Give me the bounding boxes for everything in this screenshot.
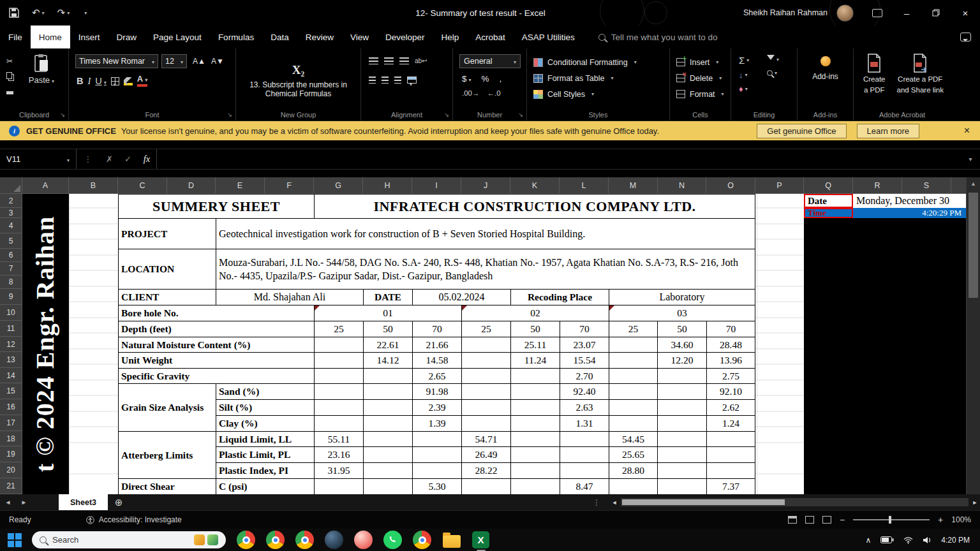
row-header-13[interactable]: 13 — [0, 352, 22, 368]
vertical-scrollbar-thumb[interactable] — [969, 193, 978, 298]
cell[interactable]: 13.96 — [707, 353, 755, 369]
ribbon-display-options-icon[interactable] — [863, 0, 892, 26]
column-header-E[interactable]: E — [216, 177, 265, 193]
restore-button[interactable] — [921, 0, 951, 26]
cell[interactable] — [413, 447, 462, 463]
cell-specific-gravity-label[interactable]: Specific Gravity — [119, 369, 315, 384]
underline-button[interactable]: U — [95, 76, 107, 86]
cell[interactable]: 25 — [315, 321, 364, 337]
next-sheet-icon[interactable]: ► — [16, 499, 32, 506]
column-header-R[interactable]: R — [853, 177, 902, 193]
row-header-8[interactable]: 8 — [0, 276, 22, 289]
borders-icon[interactable] — [111, 77, 119, 85]
cell-date-label[interactable]: DATE — [364, 290, 413, 305]
app-icon-chrome-4[interactable] — [413, 531, 431, 549]
cell[interactable]: 01 — [315, 305, 462, 321]
cell[interactable] — [315, 337, 364, 353]
cell-unit-weight-label[interactable]: Unit Weight — [119, 353, 315, 369]
menu-tab-data[interactable]: Data — [262, 26, 297, 48]
column-header-A[interactable]: A — [22, 177, 69, 193]
menu-tab-review[interactable]: Review — [297, 26, 342, 48]
cut-icon[interactable]: ✂ — [6, 57, 13, 66]
column-header-I[interactable]: I — [412, 177, 461, 193]
align-center-icon[interactable] — [382, 77, 389, 84]
horizontal-scrollbar[interactable] — [621, 498, 969, 506]
cell[interactable]: 15.54 — [560, 353, 609, 369]
select-all-corner[interactable] — [0, 177, 22, 194]
increase-font-icon[interactable]: A▲ — [193, 57, 205, 66]
row-header-21[interactable]: 21 — [0, 478, 22, 494]
cell[interactable]: 28.48 — [707, 337, 755, 353]
format-cells-button[interactable]: Format — [670, 86, 731, 102]
cell[interactable] — [609, 369, 658, 384]
font-dialog-launcher[interactable]: ↘ — [227, 112, 232, 118]
cell[interactable]: 50 — [511, 321, 560, 337]
create-pdf-share-button[interactable]: Create a PDF and Share link — [896, 54, 944, 94]
cell[interactable] — [315, 400, 364, 416]
cell[interactable]: 70 — [413, 321, 462, 337]
cell[interactable]: 5.30 — [413, 479, 462, 495]
cell[interactable]: 70 — [560, 321, 609, 337]
cell[interactable]: 23.16 — [315, 447, 364, 463]
row-header-6[interactable]: 6 — [0, 249, 22, 262]
cell[interactable]: 21.66 — [413, 337, 462, 353]
row-header-15[interactable]: 15 — [0, 383, 22, 399]
menu-tab-file[interactable]: File — [0, 26, 31, 48]
cell[interactable] — [658, 369, 707, 384]
insert-cells-button[interactable]: Insert — [670, 54, 731, 70]
row-header-12[interactable]: 12 — [0, 337, 22, 352]
cell[interactable]: 91.98 — [413, 384, 462, 400]
battery-icon[interactable] — [880, 536, 894, 543]
cell-company-title[interactable]: INFRATECH CONSTRUCTION COMPANY LTD. — [315, 195, 755, 219]
create-pdf-button[interactable]: Create a PDF — [863, 54, 886, 94]
cell[interactable]: 11.24 — [511, 353, 560, 369]
cell[interactable]: 14.58 — [413, 353, 462, 369]
cell-location-label[interactable]: LOCATION — [119, 249, 216, 290]
cell[interactable] — [462, 400, 511, 416]
cell[interactable]: 25 — [609, 321, 658, 337]
cell-grain-size-label[interactable]: Grain Size Analysis — [119, 384, 216, 432]
column-header-L[interactable]: L — [560, 177, 609, 193]
accounting-format-icon[interactable]: $ — [462, 74, 471, 84]
cell[interactable] — [364, 447, 413, 463]
sheet-body[interactable]: t © 2024 Engr. Raihan Date Monday, Decem… — [22, 194, 966, 494]
app-icon-excel[interactable]: X — [471, 531, 490, 549]
menu-tab-insert[interactable]: Insert — [70, 26, 108, 48]
menu-tab-developer[interactable]: Developer — [377, 26, 433, 48]
cell-project-label[interactable]: PROJECT — [119, 219, 216, 249]
cell[interactable] — [462, 353, 511, 369]
cell[interactable] — [658, 432, 707, 447]
cell[interactable]: 2.39 — [413, 400, 462, 416]
column-header-J[interactable]: J — [461, 177, 510, 193]
cell-recoding-place-value[interactable]: Laboratory — [609, 290, 755, 305]
cell[interactable] — [462, 369, 511, 384]
column-header-F[interactable]: F — [265, 177, 314, 193]
cell-c-psi-label[interactable]: C (psi) — [216, 479, 315, 495]
customize-toolbar-icon[interactable] — [82, 10, 87, 16]
row-header-10[interactable]: 10 — [0, 305, 22, 321]
cell[interactable]: 23.07 — [560, 337, 609, 353]
zoom-level[interactable]: 100% — [951, 515, 971, 524]
cell[interactable] — [315, 384, 364, 400]
cell[interactable]: 1.39 — [413, 416, 462, 432]
cell[interactable] — [511, 432, 560, 447]
number-format-select[interactable]: General — [459, 54, 521, 68]
new-sheet-icon[interactable]: ⊕ — [108, 497, 130, 508]
cell[interactable] — [560, 432, 609, 447]
app-icon-chrome-3[interactable] — [295, 531, 314, 549]
cell-nmc-label[interactable]: Natural Moisture Content (%) — [119, 337, 315, 353]
column-header-S[interactable]: S — [902, 177, 951, 193]
cell-plastic-limit-label[interactable]: Plastic Limit, PL — [216, 447, 315, 463]
cell-depth-label[interactable]: Depth (feet) — [119, 321, 315, 337]
paste-button[interactable]: Paste — [24, 54, 59, 85]
cell[interactable]: 92.40 — [560, 384, 609, 400]
cell[interactable] — [511, 447, 560, 463]
zoom-slider[interactable] — [853, 519, 930, 520]
cell-plastic-index-label[interactable]: Plastic Index, PI — [216, 463, 315, 479]
row-header-3[interactable]: 3 — [0, 208, 22, 218]
increase-decimal-icon[interactable]: .00→ — [462, 89, 480, 97]
menu-tab-view[interactable]: View — [342, 26, 377, 48]
cell[interactable]: 2.75 — [707, 369, 755, 384]
cell[interactable] — [511, 384, 560, 400]
cell[interactable] — [707, 432, 755, 447]
